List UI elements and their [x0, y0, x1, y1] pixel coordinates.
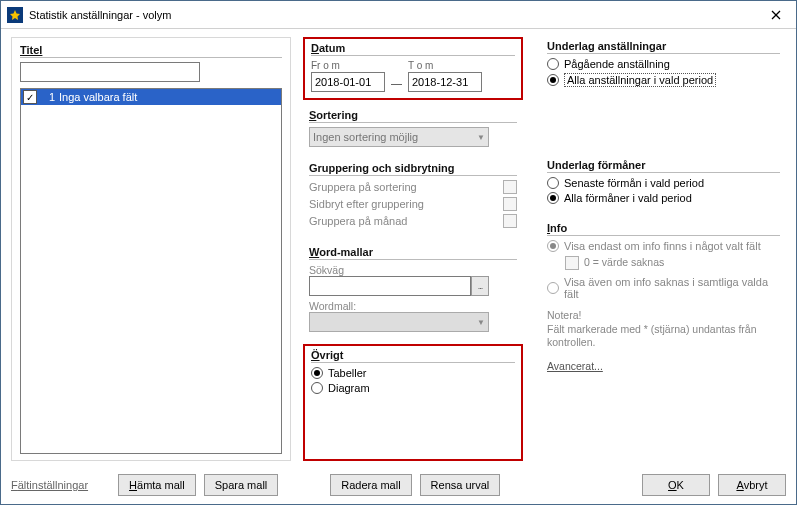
advanced-link[interactable]: Avancerat...: [547, 360, 603, 372]
info-note-text: Fält markerade med * (stjärna) undantas …: [547, 323, 780, 350]
visa-aven-radio[interactable]: [547, 282, 559, 294]
right-panel: Underlag anställningar Pågående anställn…: [523, 37, 786, 461]
info-heading: Info: [547, 222, 780, 236]
varde-saknas-checkbox[interactable]: [565, 256, 579, 270]
sortering-group: Sortering Ingen sortering möjlig ▼: [303, 106, 523, 153]
datum-group: Datum Fr o m — T o m: [303, 37, 523, 100]
button-bar: Fältinställningar Hämta mall Spara mall …: [11, 474, 786, 496]
close-button[interactable]: [756, 1, 796, 29]
hamta-mall-button[interactable]: Hämta mall: [118, 474, 196, 496]
underlag-form-heading: Underlag förmåner: [547, 159, 780, 173]
gruppera-sortering-checkbox[interactable]: [503, 180, 517, 194]
wordmall-combo[interactable]: ▼: [309, 312, 489, 332]
dialog-window: Statistik anställningar - volym Titel ✓ …: [0, 0, 797, 505]
senaste-form-radio[interactable]: [547, 177, 559, 189]
field-listbox[interactable]: ✓ 1 Inga valbara fält: [20, 88, 282, 454]
middle-panel: Datum Fr o m — T o m Sorter: [303, 37, 523, 461]
chevron-down-icon: ▼: [477, 133, 485, 142]
from-label: Fr o m: [311, 60, 385, 71]
app-icon: [7, 7, 23, 23]
visa-endast-radio[interactable]: [547, 240, 559, 252]
alla-form-radio[interactable]: [547, 192, 559, 204]
alla-form-radio-row[interactable]: Alla förmåner i vald period: [547, 192, 780, 204]
word-group: Word-mallar Sökväg ... Wordmall: ▼: [303, 243, 523, 338]
underlag-anst-heading: Underlag anställningar: [547, 40, 780, 54]
radera-mall-button[interactable]: Radera mall: [330, 474, 411, 496]
underlag-form-group: Underlag förmåner Senaste förmån i vald …: [541, 156, 786, 213]
titel-input[interactable]: [20, 62, 200, 82]
rensa-urval-button[interactable]: Rensa urval: [420, 474, 501, 496]
list-item-number: 1: [41, 91, 55, 103]
sidbryt-checkbox[interactable]: [503, 197, 517, 211]
titel-heading: Titel: [20, 44, 282, 58]
tabeller-radio-row[interactable]: Tabeller: [311, 367, 515, 379]
info-group: Info Visa endast om info finns i något v…: [541, 219, 786, 461]
tabeller-radio[interactable]: [311, 367, 323, 379]
ovrigt-group: Övrigt Tabeller Diagram: [303, 344, 523, 461]
list-item-label: Inga valbara fält: [59, 91, 137, 103]
diagram-radio[interactable]: [311, 382, 323, 394]
underlag-anst-group: Underlag anställningar Pågående anställn…: [541, 37, 786, 96]
datum-heading: Datum: [311, 42, 515, 56]
alla-anst-radio[interactable]: [547, 74, 559, 86]
window-title: Statistik anställningar - volym: [29, 9, 756, 21]
senaste-form-radio-row[interactable]: Senaste förmån i vald period: [547, 177, 780, 189]
gruppera-manad-label: Gruppera på månad: [309, 215, 407, 227]
visa-endast-radio-row[interactable]: Visa endast om info finns i något valt f…: [547, 240, 780, 252]
pagaende-radio[interactable]: [547, 58, 559, 70]
pagaende-radio-row[interactable]: Pågående anställning: [547, 58, 780, 70]
sidbryt-label: Sidbryt efter gruppering: [309, 198, 424, 210]
ovrigt-heading: Övrigt: [311, 349, 515, 363]
svg-marker-0: [10, 10, 20, 20]
word-heading: Word-mallar: [309, 246, 517, 260]
date-separator: —: [391, 77, 402, 92]
ok-button[interactable]: OK: [642, 474, 710, 496]
sortering-heading: Sortering: [309, 109, 517, 123]
close-icon: [771, 10, 781, 20]
sokvag-label: Sökväg: [309, 264, 517, 276]
sortering-combo[interactable]: Ingen sortering möjlig ▼: [309, 127, 489, 147]
gruppera-sortering-label: Gruppera på sortering: [309, 181, 417, 193]
titlebar: Statistik anställningar - volym: [1, 1, 796, 29]
left-panel: Titel ✓ 1 Inga valbara fält: [11, 37, 291, 461]
list-item-checkbox[interactable]: ✓: [23, 90, 37, 104]
varde-saknas-label: 0 = värde saknas: [584, 256, 664, 270]
browse-button[interactable]: ...: [471, 276, 489, 296]
alla-anst-radio-row[interactable]: Alla anställningar i vald period: [547, 73, 780, 87]
wordmall-label: Wordmall:: [309, 300, 517, 312]
gruppering-group: Gruppering och sidbrytning Gruppera på s…: [303, 159, 523, 237]
to-date-input[interactable]: [408, 72, 482, 92]
gruppering-heading: Gruppering och sidbrytning: [309, 162, 517, 176]
from-date-input[interactable]: [311, 72, 385, 92]
spara-mall-button[interactable]: Spara mall: [204, 474, 279, 496]
to-label: T o m: [408, 60, 482, 71]
visa-aven-radio-row[interactable]: Visa även om info saknas i samtliga vald…: [547, 276, 780, 300]
avbryt-button[interactable]: Avbryt: [718, 474, 786, 496]
list-item[interactable]: ✓ 1 Inga valbara fält: [21, 89, 281, 105]
info-note-heading: Notera!: [547, 309, 780, 323]
diagram-radio-row[interactable]: Diagram: [311, 382, 515, 394]
chevron-down-icon: ▼: [477, 318, 485, 327]
gruppera-manad-checkbox[interactable]: [503, 214, 517, 228]
sokvag-input[interactable]: [309, 276, 471, 296]
faltinstallningar-button[interactable]: Fältinställningar: [11, 479, 88, 491]
